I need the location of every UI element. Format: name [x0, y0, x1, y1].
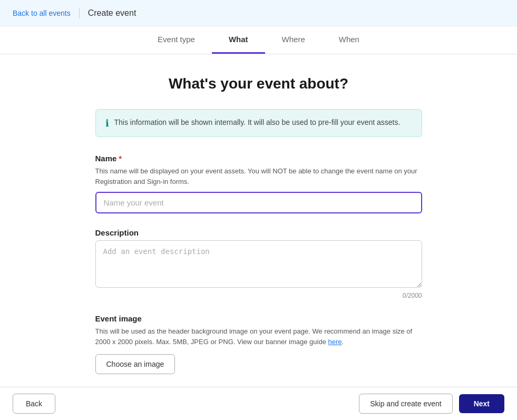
event-name-input[interactable]: [95, 192, 422, 213]
top-bar-divider: [79, 8, 80, 18]
required-star: *: [119, 154, 122, 163]
step-event-type[interactable]: Event type: [141, 26, 212, 54]
main-content: What's your event about? ℹ This informat…: [0, 54, 517, 420]
choose-image-button[interactable]: Choose an image: [95, 354, 175, 374]
description-char-count: 0/2000: [95, 292, 422, 299]
top-bar: Back to all events Create event: [0, 0, 517, 26]
step-nav: Event type What Where When: [0, 26, 517, 54]
skip-and-create-button[interactable]: Skip and create event: [359, 394, 452, 414]
step-what[interactable]: What: [212, 26, 265, 54]
info-icon: ℹ: [105, 118, 109, 129]
event-image-label: Event image: [95, 314, 422, 323]
form-heading: What's your event about?: [169, 75, 348, 92]
event-image-hint: This will be used as the header backgrou…: [95, 326, 422, 347]
name-label: Name *: [95, 154, 422, 163]
event-image-section: Event image This will be used as the hea…: [95, 314, 422, 374]
event-description-textarea[interactable]: [95, 240, 422, 288]
back-to-all-events-link[interactable]: Back to all events: [13, 9, 71, 17]
name-field-section: Name * This name will be displayed on yo…: [95, 154, 422, 213]
next-button[interactable]: Next: [459, 394, 504, 413]
description-field-section: Description 0/2000: [95, 228, 422, 299]
name-hint: This name will be displayed on your even…: [95, 166, 422, 187]
info-banner-text: This information will be shown internall…: [114, 117, 401, 128]
step-where[interactable]: Where: [265, 26, 322, 54]
page-title: Create event: [88, 8, 136, 18]
description-label: Description: [95, 228, 422, 237]
bottom-right-actions: Skip and create event Next: [359, 394, 504, 414]
bottom-bar: Back Skip and create event Next: [0, 387, 517, 420]
step-when[interactable]: When: [322, 26, 376, 54]
info-banner: ℹ This information will be shown interna…: [95, 109, 422, 137]
back-button[interactable]: Back: [13, 394, 55, 414]
banner-guide-link[interactable]: here: [328, 338, 342, 346]
